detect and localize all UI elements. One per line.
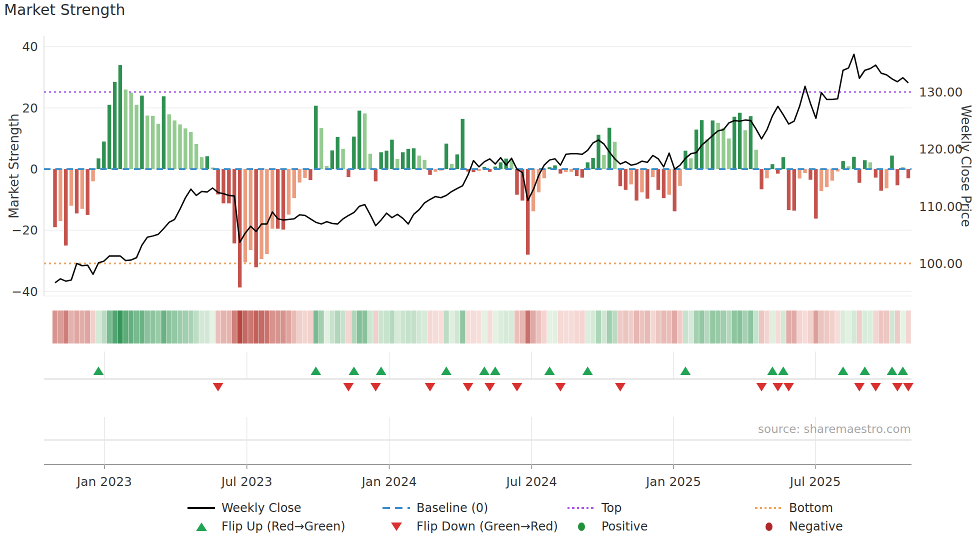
strength-bar — [308, 169, 312, 180]
flip-down-marker — [484, 383, 495, 392]
strength-bar — [178, 124, 182, 169]
strength-bar — [646, 169, 649, 198]
strength-bar — [298, 169, 301, 182]
axis-tick-labels: 40200−20−40130.00120.00110.00100.00Jan 2… — [12, 40, 962, 489]
strength-bar — [570, 169, 573, 172]
strength-bar — [689, 158, 692, 169]
strength-bar — [134, 105, 138, 169]
strength-bar — [384, 150, 388, 169]
bottom-dotted-icon — [755, 507, 782, 509]
strength-bar — [336, 137, 340, 169]
strength-bar — [260, 169, 263, 259]
flip-down-marker — [463, 383, 474, 392]
strength-bar — [640, 169, 644, 192]
strength-bar — [618, 169, 622, 186]
flip-up-marker — [680, 366, 690, 375]
strength-bar — [146, 116, 149, 169]
strength-bar — [880, 169, 883, 190]
chart-figure: Market Strength Market Strength Weekly C… — [0, 0, 980, 551]
flip-up-marker — [860, 366, 870, 375]
flip-down-marker — [772, 383, 783, 392]
strength-bar — [868, 162, 872, 169]
strength-bar — [124, 90, 128, 169]
strength-bar — [782, 157, 785, 169]
strength-bar — [461, 119, 464, 169]
strength-bar — [668, 169, 671, 194]
flip-down-marker — [213, 383, 224, 392]
strength-bar — [341, 149, 344, 169]
flip-up-marker — [582, 366, 593, 375]
strength-bar — [108, 105, 111, 169]
strength-bar — [602, 155, 606, 169]
strength-bar — [580, 169, 584, 178]
strength-bar — [314, 106, 318, 169]
flip-down-marker — [370, 383, 381, 392]
strength-bar — [672, 169, 676, 211]
flip-up-marker — [479, 366, 490, 375]
strength-bar — [75, 169, 78, 214]
strength-bar — [346, 169, 350, 177]
flip-up-marker — [376, 366, 386, 375]
strength-bar — [222, 169, 225, 204]
flip-up-marker — [778, 366, 788, 375]
strength-bar — [270, 169, 274, 228]
strength-bar — [406, 149, 410, 169]
flip-up-triangle-icon — [188, 522, 215, 531]
flip-down-marker — [425, 383, 436, 392]
legend-label: Flip Up (Red→Green) — [222, 520, 346, 534]
left-axis-tick: −40 — [12, 284, 38, 299]
reference-lines — [44, 92, 912, 264]
source-credit: source: sharemaestro.com — [758, 422, 911, 436]
strength-bar — [732, 117, 736, 170]
strength-bar — [53, 169, 56, 227]
strength-bar — [456, 154, 459, 169]
legend-label: Top — [602, 501, 622, 515]
legend-label: Weekly Close — [222, 501, 302, 515]
strength-bar — [140, 96, 144, 169]
strength-bar — [613, 142, 616, 169]
strength-bar — [358, 110, 361, 169]
legend-item-bottom: Bottom — [755, 500, 833, 516]
baseline-dash-icon — [382, 507, 410, 509]
legend-item-weekly-close: Weekly Close — [188, 500, 302, 516]
strength-bar — [58, 169, 62, 221]
strength-bar — [770, 164, 774, 169]
strength-bar — [156, 124, 160, 170]
strength-bar — [787, 169, 790, 210]
strength-bar — [172, 120, 176, 169]
strength-bar — [418, 156, 421, 169]
flip-down-marker — [784, 383, 794, 392]
flip-down-marker — [615, 383, 626, 392]
heatmap-strip — [52, 310, 911, 344]
strength-bar — [189, 132, 192, 169]
flip-down-marker — [555, 383, 566, 392]
flip-up-marker — [93, 366, 104, 375]
strength-bar — [265, 169, 268, 254]
strength-bar — [863, 160, 866, 169]
plot-svg: 40200−20−40130.00120.00110.00100.00Jan 2… — [0, 0, 980, 551]
strength-bar — [711, 120, 714, 169]
strength-bar — [162, 96, 166, 170]
strength-bar — [86, 169, 90, 215]
strength-bar — [118, 65, 122, 169]
strength-bar — [412, 148, 416, 170]
strength-bar — [858, 169, 861, 183]
top-dotted-icon — [568, 507, 595, 509]
marker-panels — [44, 352, 912, 469]
strength-bar — [656, 169, 660, 190]
strength-bar — [292, 169, 296, 198]
strength-bar — [396, 159, 399, 169]
strength-bar — [814, 169, 818, 218]
strength-bar — [820, 169, 823, 191]
strength-bar — [434, 169, 437, 172]
legend-item-baseline: Baseline (0) — [382, 500, 488, 516]
strength-bar — [287, 169, 290, 214]
x-axis-tick: Jul 2025 — [789, 474, 841, 489]
flip-up-marker — [348, 366, 359, 375]
left-axis-tick: 0 — [30, 162, 38, 176]
strength-bar — [515, 169, 518, 194]
flip-up-marker — [310, 366, 321, 375]
x-axis-tick: Jan 2023 — [76, 474, 132, 489]
left-axis-tick: 40 — [22, 40, 38, 54]
strength-bar — [874, 169, 878, 178]
